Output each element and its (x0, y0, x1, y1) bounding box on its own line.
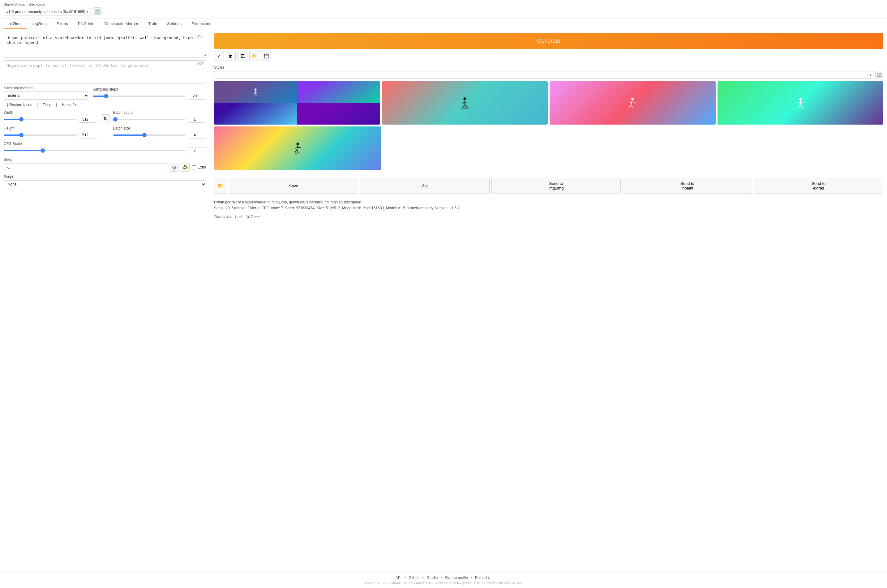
width-label: Width (4, 110, 97, 115)
tab-settings[interactable]: Settings (162, 19, 186, 29)
output-image-3[interactable] (549, 81, 716, 124)
positive-prompt-section: 18/75 (4, 33, 206, 58)
save-icon-button[interactable]: 💾 (261, 51, 271, 61)
tab-checkpointmerger[interactable]: Checkpoint Merger (99, 19, 143, 29)
tiling-checkbox[interactable]: Tiling (37, 103, 51, 107)
folder-button[interactable]: 📁 (249, 51, 259, 61)
batch-size-input[interactable] (188, 132, 206, 138)
sampling-method-select[interactable]: Euler a Euler LMS DDIM UniPC (4, 92, 89, 99)
send-extras-button[interactable]: Send to extras (754, 178, 883, 194)
negative-prompt-counter: 0/75 (197, 62, 204, 66)
tab-extras[interactable]: Extras (52, 19, 73, 29)
svg-line-18 (631, 105, 633, 108)
sampling-steps-label: Sampling steps (93, 87, 206, 92)
footer-api-link[interactable]: API (396, 576, 401, 580)
width-slider[interactable] (4, 119, 76, 120)
image-button[interactable]: 🖼 (237, 51, 248, 61)
svg-line-5 (255, 94, 257, 96)
positive-prompt-counter: 18/75 (195, 34, 204, 38)
checkpoint-dropdown[interactable]: v1-5-pruned-emaonly.safetensors [6ce0161… (4, 8, 91, 15)
send-inpaint-button[interactable]: Send to inpaint (623, 178, 752, 194)
image-icon: 🖼 (240, 54, 245, 58)
sampling-method-label: Sampling method (4, 86, 89, 90)
svg-point-13 (631, 98, 634, 100)
styles-refresh-button[interactable]: 🔄 (875, 71, 883, 79)
svg-point-32 (295, 153, 297, 154)
negative-prompt-input[interactable] (4, 61, 206, 82)
height-input[interactable] (78, 132, 97, 138)
styles-clear-icon[interactable]: × (866, 73, 869, 77)
cfg-scale-slider[interactable] (4, 150, 185, 151)
dice-icon: 🎲 (171, 165, 177, 170)
script-select[interactable]: None (4, 180, 206, 188)
trash-button[interactable]: 🗑 (226, 51, 236, 61)
output-time: Time taken: 1 min. 34.7 sec. (214, 215, 883, 219)
styles-section: Styles × ▾ 🔄 (214, 65, 883, 79)
seed-label: Seed (4, 158, 12, 162)
batch-count-slider[interactable] (113, 119, 186, 120)
folder-icon: 📁 (252, 54, 257, 58)
sampling-steps-slider[interactable] (93, 96, 185, 97)
svg-point-19 (799, 98, 801, 100)
tab-extensions[interactable]: Extensions (186, 19, 216, 29)
svg-line-22 (800, 102, 803, 103)
sampling-steps-input[interactable] (188, 93, 206, 99)
footer: API • Github • Gradio • Startup profile … (0, 572, 887, 588)
footer-github-link[interactable]: Github (408, 576, 419, 580)
generate-button[interactable]: Generate (214, 33, 883, 49)
restore-faces-checkbox[interactable]: Restore faces (4, 103, 32, 107)
arrow-down-icon: ↙ (217, 54, 221, 58)
tab-txt2img[interactable]: txt2img (4, 19, 27, 29)
save-button[interactable]: Save (229, 178, 358, 194)
output-image-1[interactable] (214, 81, 380, 124)
refresh-checkpoint-button[interactable]: 🔄 (93, 8, 101, 16)
seed-input[interactable] (4, 164, 167, 171)
svg-line-3 (255, 92, 258, 93)
refresh-icon: 🔄 (95, 9, 100, 14)
output-images-container (214, 81, 883, 172)
height-slider[interactable] (4, 135, 76, 136)
output-image-2[interactable] (382, 81, 548, 124)
zip-button[interactable]: Zip (360, 178, 489, 194)
seed-recycle-button[interactable]: ♻️ (181, 163, 189, 172)
styles-label: Styles (214, 65, 883, 69)
output-image-4[interactable] (717, 81, 884, 124)
swap-dimensions-button[interactable]: ⇅ (101, 114, 110, 123)
nav-tabs: txt2img img2img Extras PNG Info Checkpoi… (0, 19, 887, 29)
output-image-5[interactable] (214, 126, 381, 170)
svg-point-26 (296, 142, 299, 145)
send-img2img-button[interactable]: Send to img2img (491, 178, 621, 194)
tab-img2img[interactable]: img2img (27, 19, 52, 29)
tiling-label: Tiling (43, 103, 51, 107)
top-bar: Stable Diffusion checkpoint v1-5-pruned-… (0, 0, 887, 19)
open-folder-button[interactable]: 📂 (214, 178, 227, 194)
chevron-down-icon: ▾ (87, 10, 88, 14)
hires-fix-input[interactable] (56, 103, 60, 107)
output-images-grid (214, 81, 883, 124)
batch-size-slider[interactable] (113, 135, 186, 136)
negative-prompt-wrapper: 0/75 (4, 60, 206, 84)
seed-random-button[interactable]: 🎲 (170, 163, 179, 172)
batch-count-input[interactable] (188, 116, 206, 123)
output-params-text: Steps: 20, Sampler: Euler a, CFG scale: … (214, 205, 883, 211)
cfg-scale-input[interactable] (188, 147, 206, 154)
tiling-input[interactable] (37, 103, 41, 107)
extra-input[interactable] (192, 165, 196, 170)
extra-checkbox[interactable]: Extra (192, 165, 206, 170)
styles-refresh-icon: 🔄 (877, 73, 882, 77)
restore-faces-input[interactable] (4, 103, 8, 107)
tab-pnginfo[interactable]: PNG Info (73, 19, 99, 29)
styles-input[interactable] (217, 73, 865, 77)
arrow-down-button[interactable]: ↙ (214, 51, 224, 61)
footer-gradio-link[interactable]: Gradio (426, 576, 438, 580)
extra-label: Extra (198, 165, 206, 170)
output-info: Urban portrait of a skateboarder in mid-… (214, 200, 883, 211)
positive-prompt-input[interactable] (4, 33, 206, 57)
width-input[interactable] (78, 116, 97, 123)
positive-prompt-wrapper: 18/75 (4, 33, 206, 58)
hires-fix-checkbox[interactable]: Hires. fix (56, 103, 77, 107)
footer-startup-link[interactable]: Startup profile (445, 576, 468, 580)
footer-reload-link[interactable]: Reload UI (475, 576, 491, 580)
styles-dropdown-icon[interactable]: ▾ (870, 73, 871, 76)
tab-train[interactable]: Train (143, 19, 162, 29)
